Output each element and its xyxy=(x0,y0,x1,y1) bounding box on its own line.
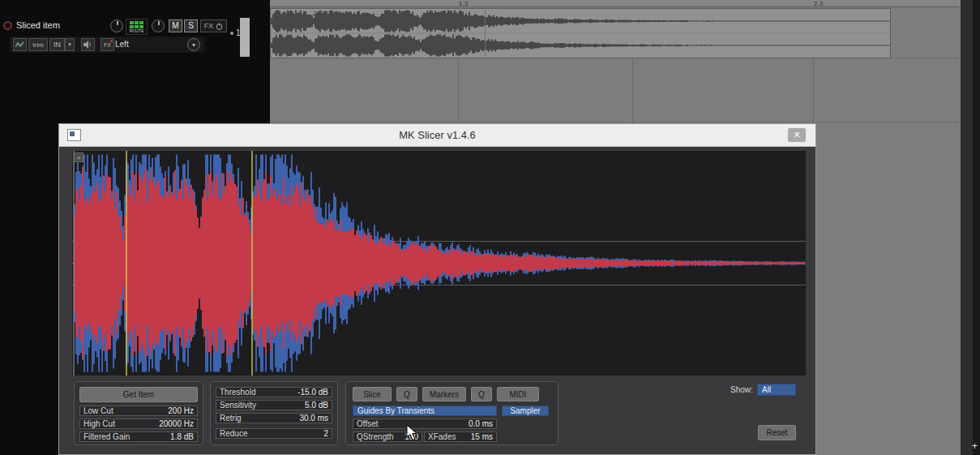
fx-button[interactable]: FX xyxy=(200,19,227,32)
quantize-markers-button[interactable]: Q xyxy=(471,387,492,401)
volume-knob[interactable] xyxy=(110,19,123,32)
sensitivity-label: Sensitivity xyxy=(220,401,256,410)
screen: 1.3 2.3 2007_6 + Sliced item ROUTE M S xyxy=(0,0,980,455)
ruler-mark: 2.3 xyxy=(814,0,823,7)
solo-button[interactable]: S xyxy=(184,19,198,32)
low-cut-value: 200 Hz xyxy=(168,406,194,415)
trim-button[interactable]: trim xyxy=(28,38,48,51)
item-split-line xyxy=(485,9,486,58)
detection-group: Threshold -15.0 dB Sensitivity 5.0 dB Re… xyxy=(210,381,338,445)
monitor-button[interactable] xyxy=(81,38,95,51)
xfades-field[interactable]: XFades 15 ms xyxy=(424,431,497,442)
bullet-icon xyxy=(230,32,233,35)
knob-pointer xyxy=(117,21,118,25)
close-button[interactable]: ✕ xyxy=(788,128,806,142)
threshold-label: Threshold xyxy=(220,388,255,397)
fx-active-dot xyxy=(110,40,113,42)
input-button[interactable]: IN xyxy=(49,38,65,51)
route-button[interactable]: ROUTE xyxy=(126,19,148,35)
sensitivity-value: 5.0 dB xyxy=(305,401,328,410)
threshold-value: -15.0 dB xyxy=(297,388,328,397)
midi-button[interactable]: MIDI xyxy=(497,387,539,401)
tcp-scrollbar[interactable] xyxy=(240,18,250,57)
quantize-slice-button[interactable]: Q xyxy=(396,387,417,401)
scrollbar-edge xyxy=(973,0,980,455)
vertical-scrollbar[interactable]: + xyxy=(961,0,980,455)
reduce-field[interactable]: Reduce 2 xyxy=(216,428,332,439)
track-separator xyxy=(270,122,961,122)
high-cut-value: 20000 Hz xyxy=(159,419,194,428)
filtered-gain-label: Filtered Gain xyxy=(83,432,130,441)
retrig-field[interactable]: Retrig 30.0 ms xyxy=(216,413,332,423)
track-number: 1 xyxy=(230,28,241,37)
get-item-button[interactable]: Get Item xyxy=(79,387,198,402)
fx-label: FX xyxy=(204,22,214,30)
mouse-cursor xyxy=(406,424,419,445)
window-title: MK Slicer v1.4.6 xyxy=(59,129,815,141)
ruler-mark: 1.3 xyxy=(459,0,468,7)
speaker-icon xyxy=(83,41,92,49)
take-dropdown-button[interactable]: ▾ xyxy=(187,38,200,51)
mk-slicer-window: MK Slicer v1.4.6 ✕ > Get Item Low Cut 20… xyxy=(58,123,816,455)
guides-mode-field[interactable]: Guides By Transients xyxy=(353,406,497,416)
item-waveform-svg xyxy=(271,9,890,58)
power-icon xyxy=(216,23,223,30)
threshold-field[interactable]: Threshold -15.0 dB xyxy=(216,387,332,397)
track-name[interactable]: Sliced item xyxy=(16,20,60,30)
filtered-gain-field[interactable]: Filtered Gain 1.8 dB xyxy=(79,431,198,442)
window-titlebar[interactable]: MK Slicer v1.4.6 ✕ xyxy=(59,124,815,147)
show-dropdown[interactable]: All xyxy=(757,384,796,396)
slice-button[interactable]: Slice xyxy=(353,387,392,401)
waveform-canvas xyxy=(72,151,806,376)
offset-field[interactable]: Offset 0.0 ms xyxy=(353,419,497,429)
xfades-value: 15 ms xyxy=(471,432,493,441)
retrig-value: 30.0 ms xyxy=(299,414,328,423)
route-matrix-icon xyxy=(126,19,147,28)
qstrength-label: QStrength xyxy=(357,432,394,441)
timeline-ruler[interactable]: 1.3 2.3 xyxy=(270,0,961,7)
xfades-label: XFades xyxy=(428,432,456,441)
sensitivity-field[interactable]: Sensitivity 5.0 dB xyxy=(216,400,332,410)
take-name: Left xyxy=(115,40,129,49)
reset-button[interactable]: Reset xyxy=(758,425,796,440)
zoom-plus-button[interactable]: + xyxy=(972,441,978,451)
record-arm-button[interactable] xyxy=(3,21,12,30)
item-waveform xyxy=(271,9,890,58)
item-label: 2007_6 xyxy=(313,10,335,17)
take-fx-button[interactable]: FX xyxy=(101,38,114,51)
low-cut-label: Low Cut xyxy=(83,406,113,415)
item-wave-left xyxy=(272,11,889,32)
offset-label: Offset xyxy=(357,419,379,428)
envelope-icon xyxy=(15,41,24,49)
expand-button[interactable]: > xyxy=(74,152,83,162)
route-label: ROUTE xyxy=(126,28,147,33)
pan-knob[interactable] xyxy=(152,19,165,32)
low-cut-field[interactable]: Low Cut 200 Hz xyxy=(79,406,198,416)
envelope-button[interactable] xyxy=(13,38,27,51)
mode-group: Slice Q Markers Q MIDI Guides By Transie… xyxy=(345,381,558,445)
high-cut-field[interactable]: High Cut 20000 Hz xyxy=(79,419,198,429)
chevron-down-icon: ▼ xyxy=(67,42,72,47)
slicer-waveform-svg xyxy=(72,151,806,376)
take-fx-label: FX xyxy=(104,42,111,48)
mute-button[interactable]: M xyxy=(169,19,182,32)
knob-pointer xyxy=(158,21,160,25)
reduce-value: 2 xyxy=(323,429,328,438)
media-item[interactable]: 2007_6 xyxy=(270,8,891,58)
reduce-label: Reduce xyxy=(220,429,247,438)
slicer-waveform[interactable]: > xyxy=(72,151,806,376)
track-controls-row: trim IN ▼ FX Left ▾ xyxy=(10,36,204,53)
markers-button[interactable]: Markers xyxy=(422,387,466,401)
chevron-down-icon: ▾ xyxy=(192,41,195,49)
input-dropdown[interactable]: ▼ xyxy=(65,38,75,51)
item-wave-right xyxy=(272,35,889,57)
sampler-button[interactable]: Sampler xyxy=(502,406,549,416)
high-cut-label: High Cut xyxy=(83,419,115,428)
filter-group: Get Item Low Cut 200 Hz High Cut 20000 H… xyxy=(74,381,203,445)
filtered-gain-value: 1.8 dB xyxy=(170,432,194,441)
retrig-label: Retrig xyxy=(220,414,242,423)
offset-value: 0.0 ms xyxy=(469,419,493,428)
show-label: Show: xyxy=(730,385,753,394)
